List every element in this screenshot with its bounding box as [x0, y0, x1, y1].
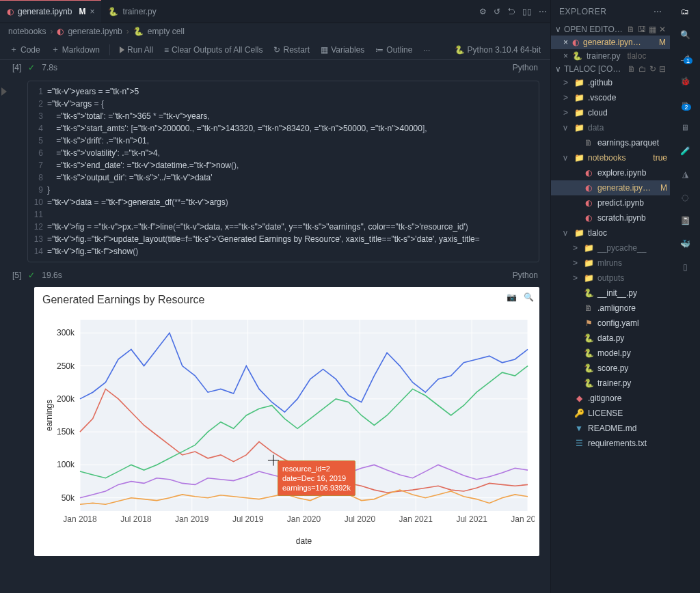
code-content[interactable]: ="tk-v">years = ="tk-n">5 ="tk-v">args =…: [47, 81, 539, 262]
open-editor-item[interactable]: ×🐍trainer.pytlaloc: [551, 49, 670, 63]
tree-folder[interactable]: >📁__pycache__: [551, 240, 670, 256]
chart-tooltip: resource_id=2date=Dec 16, 2019earnings=1…: [278, 460, 355, 496]
tree-file[interactable]: 🐍data.py: [551, 331, 670, 346]
add-markdown-button[interactable]: ＋ Markdown: [47, 42, 104, 57]
tree-file[interactable]: ◐explore.ipynb: [551, 165, 670, 180]
tree-file[interactable]: 🗎earnings.parquet: [551, 135, 670, 150]
svg-text:Jan 2019: Jan 2019: [175, 514, 209, 524]
outline-button[interactable]: ≔ Outline: [371, 44, 416, 56]
tree-folder[interactable]: >📁cloud: [551, 105, 670, 120]
tree-folder[interactable]: v📁notebookstrue: [551, 150, 670, 165]
run-all-button[interactable]: Run All: [116, 44, 157, 56]
open-editors-section[interactable]: ∨OPEN EDITO… 🗎🖫▦✕: [551, 23, 670, 36]
crumb[interactable]: generate.ipynb: [68, 27, 122, 36]
file-label: data: [588, 123, 604, 133]
file-label: model.py: [597, 348, 631, 358]
history-icon[interactable]: ↺: [490, 7, 504, 16]
file-label: .github: [588, 78, 612, 87]
check-icon: ✓: [28, 63, 35, 72]
restart-button[interactable]: ↻ Restart: [269, 44, 314, 56]
file-label: scratch.ipynb: [597, 213, 646, 223]
tree-file[interactable]: 🐍__init__.py: [551, 286, 670, 301]
docker-icon[interactable]: 🐳: [680, 239, 690, 249]
svg-text:date: date: [296, 536, 312, 546]
tree-file[interactable]: 🐍trainer.py: [551, 376, 670, 391]
tree-file[interactable]: 🗎.amlignore: [551, 301, 670, 316]
azure-icon[interactable]: ◮: [682, 169, 688, 179]
debug-icon[interactable]: 🐞: [680, 77, 690, 86]
source-control-icon[interactable]: ⎇1: [680, 53, 690, 63]
close-all-icon[interactable]: ✕: [659, 25, 666, 34]
close-icon[interactable]: ×: [563, 38, 568, 47]
close-icon[interactable]: ×: [90, 7, 94, 16]
new-file-icon[interactable]: 🗎: [628, 64, 636, 74]
close-icon[interactable]: ×: [563, 51, 568, 61]
yaml-icon: ⚑: [583, 318, 594, 328]
tree-file[interactable]: ◆.gitignore: [551, 391, 670, 406]
tree-file[interactable]: ◐predict.ipynb: [551, 195, 670, 210]
svg-text:Jan 2021: Jan 2021: [399, 514, 433, 524]
collapse-icon[interactable]: ⊟: [659, 64, 666, 74]
req-icon: ☰: [574, 439, 584, 448]
save-all-icon[interactable]: 🖫: [638, 25, 646, 34]
zoom-icon[interactable]: 🔍: [524, 292, 534, 302]
gear-icon[interactable]: ⚙: [476, 7, 490, 16]
explorer-panel: EXPLORER ⋯ ∨OPEN EDITO… 🗎🖫▦✕ ×◐generate.…: [550, 0, 670, 593]
tree-file[interactable]: 🐍model.py: [551, 346, 670, 361]
run-cell-button[interactable]: [1, 86, 7, 96]
new-folder-icon[interactable]: 🗀: [638, 64, 647, 74]
explorer-icon[interactable]: 🗂: [681, 7, 689, 16]
folder-icon: 📁: [583, 243, 594, 253]
camera-icon[interactable]: 📷: [507, 292, 517, 302]
extensions-icon[interactable]: ⧉2: [682, 100, 688, 109]
layout-icon[interactable]: ▦: [649, 25, 656, 34]
search-icon[interactable]: 🔍: [680, 30, 690, 40]
tree-file[interactable]: ◐generate.ipy…M: [551, 180, 670, 195]
file-label: __pycache__: [597, 243, 646, 253]
python-icon: 🐍: [583, 288, 594, 298]
file-label: .vscode: [588, 93, 616, 102]
crumb[interactable]: notebooks: [8, 27, 46, 36]
tree-folder[interactable]: v📁tlaloc: [551, 225, 670, 240]
more-button[interactable]: ···: [419, 44, 434, 56]
refresh-icon[interactable]: ↻: [649, 64, 656, 74]
jupyter-icon: ◐: [583, 183, 594, 193]
kernel-picker[interactable]: 🐍 Python 3.10.4 64-bit: [450, 44, 545, 56]
tree-file[interactable]: ☰requirements.txt: [551, 436, 670, 451]
chart-title: Generated Earnings by Resource: [42, 294, 531, 306]
clear-outputs-button[interactable]: ≡ Clear Outputs of All Cells: [160, 44, 267, 56]
crumb[interactable]: empty cell: [148, 27, 185, 36]
repo-section[interactable]: ∨TLALOC [CO… 🗎🗀↻⊟: [551, 63, 670, 75]
add-code-button[interactable]: ＋ Code: [5, 42, 44, 57]
tree-folder[interactable]: >📁mlruns: [551, 256, 670, 271]
split-icon[interactable]: ▯▯: [519, 7, 535, 16]
github-icon[interactable]: ◌: [682, 193, 688, 202]
tree-folder[interactable]: >📁.github: [551, 75, 670, 90]
tree-file[interactable]: ▼README.md: [551, 421, 670, 436]
more-icon[interactable]: ⋯: [654, 7, 662, 16]
variables-button[interactable]: ▦ Variables: [317, 44, 368, 56]
txt-icon: 🗎: [583, 138, 594, 148]
tree-file[interactable]: ◐scratch.ipynb: [551, 210, 670, 225]
tree-file[interactable]: 🐍score.py: [551, 361, 670, 376]
tree-folder[interactable]: >📁outputs: [551, 271, 670, 286]
new-file-icon[interactable]: 🗎: [627, 25, 635, 34]
undo-icon[interactable]: ⮌: [504, 7, 519, 16]
code-cell[interactable]: 1234567891011121314 ="tk-v">years = ="tk…: [27, 81, 539, 262]
notebook-icon[interactable]: 📓: [680, 216, 690, 225]
remote-icon[interactable]: 🖥: [681, 123, 689, 133]
device-icon[interactable]: ▯: [683, 262, 688, 272]
tree-file[interactable]: 🔑LICENSE: [551, 406, 670, 421]
file-label: LICENSE: [588, 409, 623, 418]
open-editor-item[interactable]: ×◐generate.ipyn…M: [551, 36, 670, 49]
line-chart[interactable]: 50k100k150k200k250k300kJan 2018Jul 2018J…: [42, 306, 535, 552]
svg-text:100k: 100k: [57, 460, 75, 469]
testing-icon[interactable]: 🧪: [680, 146, 690, 156]
file-label: README.md: [588, 424, 636, 433]
tab-trainer[interactable]: 🐍 trainer.py: [101, 0, 163, 23]
tree-file[interactable]: ⚑config.yaml: [551, 316, 670, 331]
tree-folder[interactable]: >📁.vscode: [551, 90, 670, 105]
tab-generate[interactable]: ◐ generate.ipynb M ×: [0, 0, 101, 23]
more-icon[interactable]: ⋯: [535, 7, 550, 16]
tree-folder[interactable]: v📁data: [551, 120, 670, 135]
